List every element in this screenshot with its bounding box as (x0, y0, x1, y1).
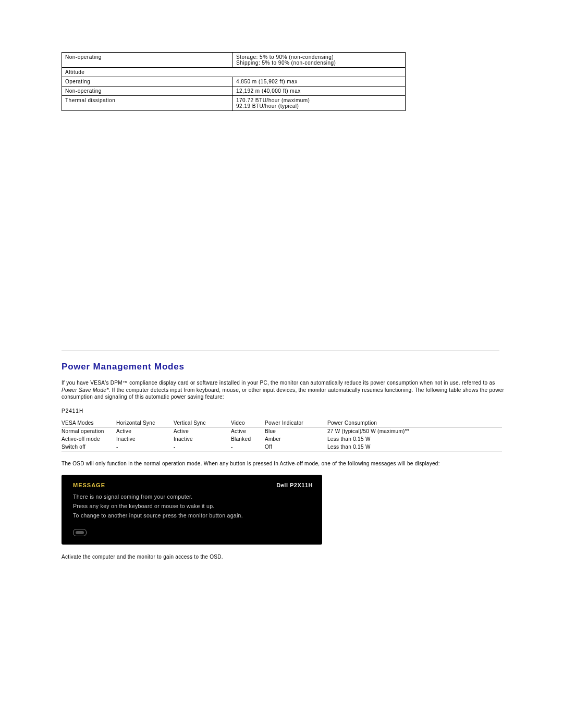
cell: 27 W (typical)/50 W (maximum)** (327, 427, 502, 435)
cell: Blue (265, 427, 327, 435)
intro-text-2: . If the computer detects input from key… (62, 387, 504, 400)
intro-text-1: If you have VESA's DPM™ compliance displ… (62, 380, 495, 386)
table-row: Operating 4,850 m (15,902 ft) max (62, 77, 406, 87)
osd-model-label: Dell P2X11H (276, 482, 313, 488)
cell: Off (265, 443, 327, 451)
cell: Active (231, 427, 265, 435)
cell: Switch off (62, 443, 116, 451)
activate-note: Activate the computer and the monitor to… (62, 554, 553, 560)
cell: Less than 0.15 W (327, 443, 502, 451)
env-value: Storage: 5% to 90% (non-condensing) Ship… (233, 53, 406, 68)
cell: Blanked (231, 435, 265, 443)
table-row: Normal operation Active Active Active Bl… (62, 427, 502, 435)
cell: Active-off mode (62, 435, 116, 443)
section-divider (62, 351, 499, 351)
table-row: Non-operating 12,192 m (40,000 ft) max (62, 87, 406, 96)
osd-line-1: There is no signal coming from your comp… (73, 493, 313, 500)
cell: Inactive (174, 435, 231, 443)
table-row: Altitude (62, 68, 406, 77)
input-source-icon (73, 529, 87, 536)
col-header: Power Indicator (265, 419, 327, 427)
osd-message-label: MESSAGE (73, 482, 105, 488)
section-title: Power Management Modes (62, 362, 553, 372)
cell: Amber (265, 435, 327, 443)
osd-line-3: To change to another input source press … (73, 512, 313, 519)
cell: Less than 0.15 W (327, 435, 502, 443)
osd-line-2: Press any key on the keyboard or mouse t… (73, 503, 313, 509)
env-label: Operating (62, 77, 233, 87)
table-row: Thermal dissipation 170.72 BTU/hour (max… (62, 96, 406, 111)
env-value: 170.72 BTU/hour (maximum) 92.19 BTU/hour… (233, 96, 406, 111)
col-header: Vertical Sync (174, 419, 231, 427)
cell: - (174, 443, 231, 451)
env-value: 4,850 m (15,902 ft) max (233, 77, 406, 87)
col-header: Power Consumption (327, 419, 502, 427)
col-header: Horizontal Sync (116, 419, 174, 427)
power-management-table: VESA Modes Horizontal Sync Vertical Sync… (62, 419, 502, 451)
osd-note: The OSD will only function in the normal… (62, 461, 553, 466)
cell: Inactive (116, 435, 174, 443)
model-label: P2411H (62, 408, 553, 414)
osd-message-box: MESSAGE Dell P2X11H There is no signal c… (62, 475, 322, 545)
cell: Normal operation (62, 427, 116, 435)
cell: - (231, 443, 265, 451)
env-label: Non-operating (62, 53, 233, 68)
col-header: VESA Modes (62, 419, 116, 427)
col-header: Video (231, 419, 265, 427)
table-row: Non-operating Storage: 5% to 90% (non-co… (62, 53, 406, 68)
intro-italic: Power Save Mode* (62, 387, 108, 393)
env-label: Thermal dissipation (62, 96, 233, 111)
intro-paragraph: If you have VESA's DPM™ compliance displ… (62, 379, 510, 401)
cell: - (116, 443, 174, 451)
table-row: Switch off - - - Off Less than 0.15 W (62, 443, 502, 451)
env-label: Non-operating (62, 87, 233, 96)
env-value: 12,192 m (40,000 ft) max (233, 87, 406, 96)
env-section-header: Altitude (62, 68, 406, 77)
cell: Active (174, 427, 231, 435)
table-row: Active-off mode Inactive Inactive Blanke… (62, 435, 502, 443)
cell: Active (116, 427, 174, 435)
environmental-table: Non-operating Storage: 5% to 90% (non-co… (62, 52, 406, 111)
